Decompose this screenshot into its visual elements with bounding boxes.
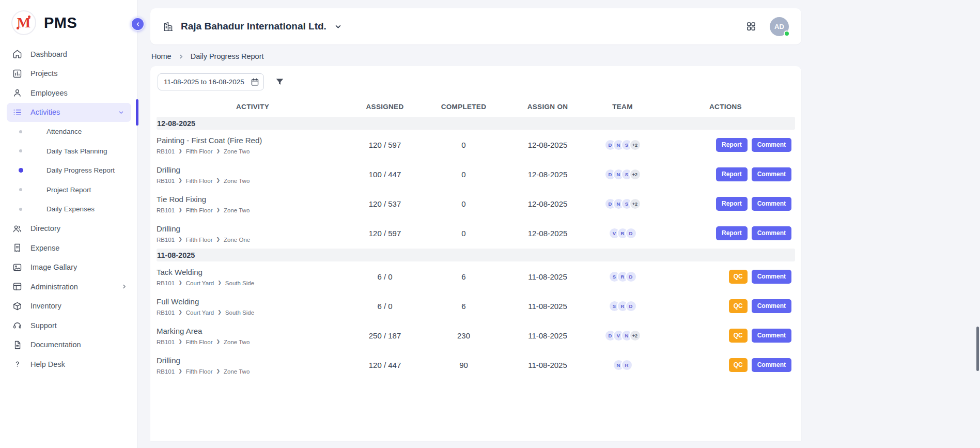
completed-value: 0 xyxy=(421,199,506,208)
qc-button[interactable]: QC xyxy=(729,329,748,342)
column-header-team: TEAM xyxy=(589,103,656,111)
inventory-icon xyxy=(12,301,22,311)
column-header-completed: COMPLETED xyxy=(421,103,506,111)
sidebar-item-support[interactable]: Support xyxy=(0,316,137,335)
activity-cell: Drilling RB101❯Fifth Floor❯Zone One xyxy=(157,224,349,243)
comment-button[interactable]: Comment xyxy=(752,270,791,283)
completed-value: 230 xyxy=(421,331,506,340)
assigned-value: 6 / 0 xyxy=(349,272,421,281)
assigned-value: 120 / 597 xyxy=(349,141,421,149)
sidebar-item-projects[interactable]: Projects xyxy=(0,64,137,84)
actions-cell: QC Comment xyxy=(656,270,795,283)
report-button[interactable]: Report xyxy=(716,138,748,151)
logo-dot xyxy=(28,16,30,18)
chevron-right-icon: ❯ xyxy=(178,178,182,183)
sidebar-subitem-daily-task-planning[interactable]: Daily Task Planning xyxy=(0,142,137,161)
report-button[interactable]: Report xyxy=(716,226,748,240)
comment-button[interactable]: Comment xyxy=(752,226,791,240)
report-button[interactable]: Report xyxy=(716,197,748,210)
chevron-right-icon: ❯ xyxy=(216,178,220,183)
location-crumb: RB101 xyxy=(157,148,175,155)
page-scrollbar-thumb[interactable] xyxy=(976,327,979,371)
assign-on-value: 11-08-2025 xyxy=(506,361,589,369)
company-selector[interactable]: Raja Bahadur International Ltd. xyxy=(163,21,343,32)
sidebar-subitem-attendance[interactable]: Attendance xyxy=(0,122,137,142)
filter-button[interactable] xyxy=(275,77,285,87)
sidebar-collapse-button[interactable] xyxy=(131,17,145,31)
actions-cell: QC Comment xyxy=(656,299,795,313)
location-crumb: Court Yard xyxy=(186,310,214,316)
location-crumb: RB101 xyxy=(157,178,175,184)
sidebar-item-label: Administration xyxy=(30,283,78,291)
content-card: ACTIVITYASSIGNEDCOMPLETEDASSIGN ONTEAMAC… xyxy=(150,66,801,441)
location-crumb: South Side xyxy=(225,280,254,286)
activities-icon xyxy=(12,107,22,117)
comment-button[interactable]: Comment xyxy=(752,197,791,210)
sidebar-subitem-project-report[interactable]: Project Report xyxy=(0,180,137,200)
sidebar-item-dashboard[interactable]: Dashboard xyxy=(0,44,137,64)
progress-report-table: ACTIVITYASSIGNEDCOMPLETEDASSIGN ONTEAMAC… xyxy=(157,97,795,380)
sidebar-subitem-label: Daily Progress Report xyxy=(46,166,115,174)
chevron-right-icon xyxy=(120,283,128,290)
sidebar-item-administration[interactable]: Administration xyxy=(0,277,137,297)
sidebar-item-directory[interactable]: Directory xyxy=(0,219,137,239)
chevron-right-icon: ❯ xyxy=(178,369,182,374)
table-row: Drilling RB101❯Fifth Floor❯Zone Two 100 … xyxy=(157,160,795,189)
sidebar-item-label: Inventory xyxy=(30,302,61,310)
location-crumb: Fifth Floor xyxy=(186,207,213,213)
apps-grid-button[interactable] xyxy=(746,21,756,32)
location-crumb: Zone Two xyxy=(224,339,250,345)
activity-cell: Marking Area RB101❯Fifth Floor❯Zone Two xyxy=(157,327,349,345)
sidebar-item-image-gallary[interactable]: Image Gallary xyxy=(0,258,137,277)
table-row: Drilling RB101❯Fifth Floor❯Zone One 120 … xyxy=(157,219,795,248)
chevron-right-icon: ❯ xyxy=(178,339,182,344)
directory-icon xyxy=(12,224,22,234)
sidebar-item-documentation[interactable]: Documentation xyxy=(0,335,137,355)
activity-title: Drilling xyxy=(157,356,344,365)
bullet-icon xyxy=(19,188,22,191)
report-button[interactable]: Report xyxy=(716,167,748,181)
table-row: Tack Welding RB101❯Court Yard❯South Side… xyxy=(157,262,795,291)
qc-button[interactable]: QC xyxy=(729,358,748,372)
activity-location-path: RB101❯Fifth Floor❯Zone Two xyxy=(157,178,344,184)
activity-location-path: RB101❯Court Yard❯South Side xyxy=(157,310,344,316)
comment-button[interactable]: Comment xyxy=(752,358,791,372)
sidebar-item-inventory[interactable]: Inventory xyxy=(0,297,137,316)
comment-button[interactable]: Comment xyxy=(752,167,791,181)
date-group-header: 11-08-2025 xyxy=(157,249,795,261)
qc-button[interactable]: QC xyxy=(729,299,748,313)
team-avatar: D xyxy=(625,271,637,283)
sidebar-item-label: Projects xyxy=(30,69,57,78)
activity-cell: Full Welding RB101❯Court Yard❯South Side xyxy=(157,297,349,316)
team-cell: DNS+2 xyxy=(589,139,656,151)
table-row: Marking Area RB101❯Fifth Floor❯Zone Two … xyxy=(157,321,795,350)
sidebar-item-activities[interactable]: Activities xyxy=(7,103,131,122)
comment-button[interactable]: Comment xyxy=(752,299,791,313)
sidebar-subitem-daily-expenses[interactable]: Daily Expenses xyxy=(0,199,137,219)
assign-on-value: 11-08-2025 xyxy=(506,272,589,281)
sidebar-item-expense[interactable]: Expense xyxy=(0,238,137,258)
activity-title: Tie Rod Fixing xyxy=(157,195,344,204)
date-range-input[interactable] xyxy=(158,73,264,90)
completed-value: 0 xyxy=(421,141,506,149)
assign-on-value: 12-08-2025 xyxy=(506,141,589,149)
breadcrumb-home[interactable]: Home xyxy=(151,52,172,60)
column-header-activity: ACTIVITY xyxy=(157,103,349,111)
sidebar-item-employees[interactable]: Employees xyxy=(0,83,137,103)
sidebar-item-label: Activities xyxy=(30,108,60,116)
filter-icon xyxy=(275,77,285,87)
sidebar-item-label: Employees xyxy=(30,89,68,97)
comment-button[interactable]: Comment xyxy=(752,329,791,342)
chevron-right-icon: ❯ xyxy=(217,310,222,315)
sidebar-item-label: Help Desk xyxy=(30,360,65,368)
sidebar-item-label: Documentation xyxy=(30,341,81,349)
location-crumb: Zone One xyxy=(224,237,250,243)
qc-button[interactable]: QC xyxy=(729,270,748,283)
completed-value: 6 xyxy=(421,302,506,311)
sidebar-subitem-daily-progress-report[interactable]: Daily Progress Report xyxy=(0,161,137,180)
user-avatar[interactable]: AD xyxy=(770,17,789,36)
comment-button[interactable]: Comment xyxy=(752,138,791,151)
sidebar-item-help-desk[interactable]: Help Desk xyxy=(0,354,137,374)
online-status-dot xyxy=(784,30,790,37)
employees-icon xyxy=(12,88,22,98)
